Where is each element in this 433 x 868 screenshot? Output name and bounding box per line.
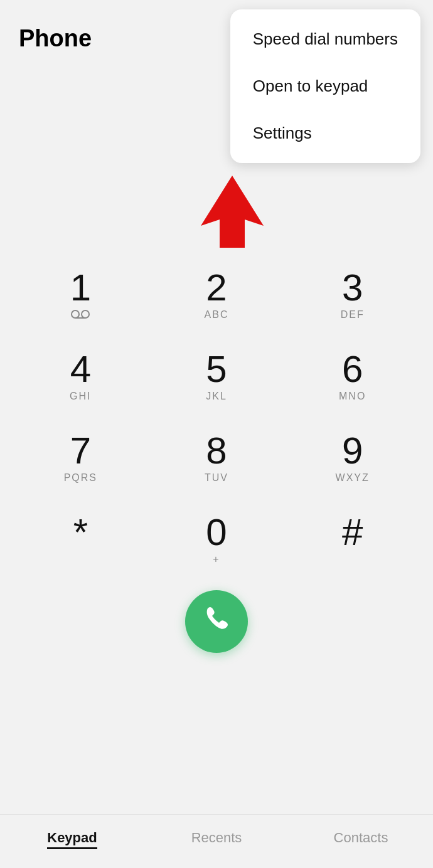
svg-point-1 — [72, 310, 79, 318]
key-1[interactable]: 1 — [16, 258, 146, 333]
phone-icon — [203, 605, 230, 638]
nav-item-contacts[interactable]: Contacts — [289, 827, 433, 849]
call-button[interactable] — [185, 590, 248, 653]
open-to-keypad-item[interactable]: Open to keypad — [230, 63, 420, 110]
nav-label-recents: Recents — [191, 830, 242, 846]
key-star[interactable]: * — [16, 502, 146, 578]
keypad-grid: 1 2 ABC 3 DEF 4 — [16, 258, 417, 578]
nav-label-keypad: Keypad — [47, 830, 97, 849]
key-6[interactable]: 6 MNO — [287, 339, 417, 415]
key-2[interactable]: 2 ABC — [152, 258, 282, 333]
dropdown-menu: Speed dial numbers Open to keypad Settin… — [230, 9, 420, 163]
nav-item-keypad[interactable]: Keypad — [0, 827, 144, 849]
bottom-nav: Keypad Recents Contacts — [0, 814, 433, 868]
nav-item-recents[interactable]: Recents — [144, 827, 289, 849]
red-arrow-indicator — [195, 169, 270, 253]
key-7[interactable]: 7 PQRS — [16, 421, 146, 496]
key-hash[interactable]: # — [287, 502, 417, 578]
speed-dial-item[interactable]: Speed dial numbers — [230, 16, 420, 63]
key-5[interactable]: 5 JKL — [152, 339, 282, 415]
svg-point-2 — [82, 310, 89, 318]
key-8[interactable]: 8 TUV — [152, 421, 282, 496]
settings-item[interactable]: Settings — [230, 110, 420, 157]
svg-marker-0 — [201, 176, 264, 248]
key-4[interactable]: 4 GHI — [16, 339, 146, 415]
page-title: Phone — [19, 25, 92, 52]
phone-app: Phone Speed dial numbers Open to keypad … — [0, 0, 433, 868]
key-0[interactable]: 0 + — [152, 502, 282, 578]
key-3[interactable]: 3 DEF — [287, 258, 417, 333]
key-9[interactable]: 9 WXYZ — [287, 421, 417, 496]
call-button-row — [185, 590, 248, 653]
nav-label-contacts: Contacts — [334, 830, 388, 846]
